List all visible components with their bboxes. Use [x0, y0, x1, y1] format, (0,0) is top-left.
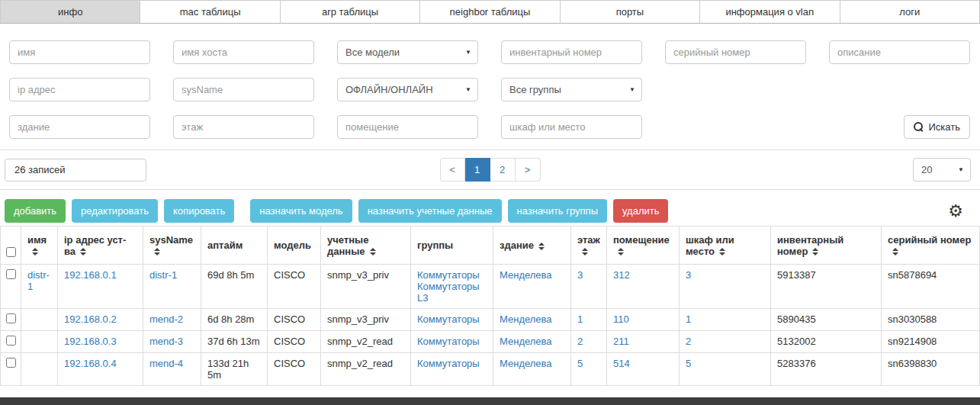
tab-mac-tables[interactable]: mac таблицы [140, 1, 280, 23]
col-header-inventory[interactable]: инвентарный номер [771, 227, 882, 265]
pagination-next[interactable]: > [516, 158, 541, 182]
row-checkbox[interactable] [6, 358, 16, 368]
room-filter-input[interactable] [337, 115, 478, 139]
place-link[interactable]: 3 [686, 269, 691, 281]
col-header-floor[interactable]: этаж [571, 227, 607, 265]
sysname-filter-input[interactable] [173, 78, 314, 101]
sysname-link[interactable]: mend-2 [149, 313, 183, 325]
sort-icon [618, 248, 624, 256]
row-checkbox[interactable] [6, 336, 16, 346]
col-label: учетные данные [327, 234, 368, 257]
ip-link[interactable]: 192.168.0.2 [64, 313, 117, 325]
select-all-checkbox[interactable] [6, 247, 16, 257]
row-checkbox[interactable] [6, 313, 16, 323]
sysname-link[interactable]: distr-1 [149, 269, 177, 281]
floor-link[interactable]: 5 [577, 358, 583, 369]
col-header-ip[interactable]: ip адрес уст-ва [58, 227, 143, 265]
room-link[interactable]: 211 [613, 336, 629, 347]
col-header-building[interactable]: здание [493, 227, 571, 265]
floor-link[interactable]: 2 [577, 336, 583, 347]
ip-link[interactable]: 192.168.0.3 [64, 336, 117, 347]
building-filter-input[interactable] [9, 115, 150, 139]
table-row: distr-1 192.168.0.1 distr-1 69d 8h 5m CI… [1, 265, 980, 309]
filter-spacer [665, 78, 806, 101]
ip-filter-input[interactable] [9, 78, 150, 101]
pagination-page-2[interactable]: 2 [490, 158, 516, 182]
building-link[interactable]: Менделева [500, 358, 552, 369]
ip-link[interactable]: 192.168.0.1 [64, 269, 117, 281]
col-header-credentials[interactable]: учетные данные [321, 227, 411, 265]
tab-info[interactable]: инфо [0, 1, 140, 23]
building-link[interactable]: Менделева [500, 313, 552, 325]
records-count: 26 записей [5, 159, 146, 182]
search-button[interactable]: Искать [904, 115, 971, 139]
room-link[interactable]: 514 [613, 358, 630, 369]
serial-filter-input[interactable] [665, 40, 806, 64]
pagination-prev[interactable]: < [440, 158, 465, 182]
group-link[interactable]: Коммутаторы [417, 358, 487, 369]
tab-ports[interactable]: порты [561, 1, 700, 23]
page-size-select[interactable]: 20 [913, 158, 971, 182]
sysname-link[interactable]: mend-4 [149, 358, 183, 369]
add-button[interactable]: добавить [5, 199, 66, 223]
col-header-uptime: аптайм [201, 227, 268, 265]
floor-link[interactable]: 3 [577, 269, 583, 281]
cell-checkbox [1, 353, 21, 386]
delete-button[interactable]: удалить [613, 199, 668, 223]
model-select[interactable]: Все модели [337, 40, 478, 64]
name-filter-input[interactable] [9, 40, 150, 64]
place-link[interactable]: 5 [686, 358, 691, 369]
building-link[interactable]: Менделева [500, 336, 552, 347]
description-filter-input[interactable] [829, 40, 970, 64]
cell-place: 1 [680, 309, 771, 331]
col-header-place[interactable]: шкаф или место [680, 227, 771, 265]
row-checkbox[interactable] [6, 269, 16, 279]
tab-vlan-info[interactable]: информация о vlan [700, 1, 840, 23]
inventory-filter-input[interactable] [501, 40, 642, 64]
floor-filter-input[interactable] [173, 115, 314, 139]
col-header-name[interactable]: имя [21, 227, 58, 265]
group-link[interactable]: Коммутаторы [417, 336, 487, 347]
room-link[interactable]: 312 [613, 269, 630, 281]
cell-name [21, 353, 58, 386]
hostname-filter-input[interactable] [173, 40, 314, 64]
ip-link[interactable]: 192.168.0.4 [64, 358, 117, 369]
tab-arp-tables[interactable]: arp таблицы [281, 1, 420, 23]
assign-groups-button[interactable]: назначить группы [508, 199, 607, 223]
room-link[interactable]: 110 [613, 313, 629, 325]
place-filter-input[interactable] [501, 115, 642, 139]
edit-button[interactable]: редактировать [72, 199, 158, 223]
tab-logs[interactable]: логи [840, 1, 980, 23]
status-select[interactable]: ОФЛАЙН/ОНЛАЙН [337, 78, 478, 101]
copy-button[interactable]: копировать [164, 199, 234, 223]
cell-uptime: 133d 21h 5m [201, 353, 268, 386]
cell-floor: 1 [571, 309, 607, 331]
col-header-serial[interactable]: серийный номер [882, 227, 980, 265]
floor-link[interactable]: 1 [577, 313, 583, 325]
cell-sysname: mend-3 [143, 331, 201, 353]
groups-select[interactable]: Все группы [501, 78, 642, 101]
cell-building: Менделева [493, 353, 571, 386]
cell-room: 110 [607, 309, 680, 331]
group-link[interactable]: Коммутаторы L3 [417, 281, 487, 304]
table-row: 192.168.0.4 mend-4 133d 21h 5m CISCO snm… [1, 353, 980, 386]
cell-place: 3 [680, 265, 771, 309]
cell-sysname: distr-1 [143, 265, 201, 309]
assign-model-button[interactable]: назначить модель [250, 199, 352, 223]
col-header-room[interactable]: помещение [607, 227, 680, 265]
cell-sysname: mend-4 [143, 353, 201, 386]
device-name-link[interactable]: distr-1 [27, 269, 50, 292]
model-select-wrap: Все модели ▼ [337, 40, 478, 64]
group-link[interactable]: Коммутаторы [417, 313, 487, 325]
place-link[interactable]: 1 [686, 313, 691, 325]
pagination-page-1[interactable]: 1 [465, 158, 490, 182]
cell-uptime: 37d 6h 13m [201, 331, 268, 353]
building-link[interactable]: Менделева [500, 269, 552, 281]
col-header-sysname[interactable]: sysName [143, 227, 201, 265]
gear-icon[interactable]: ⚙ [948, 203, 963, 220]
place-link[interactable]: 2 [686, 336, 691, 347]
group-link[interactable]: Коммутаторы [417, 269, 487, 281]
assign-credentials-button[interactable]: назначить учетные данные [358, 199, 502, 223]
tab-neighbor-tables[interactable]: neighbor таблицы [420, 1, 560, 23]
sysname-link[interactable]: mend-3 [149, 336, 183, 347]
